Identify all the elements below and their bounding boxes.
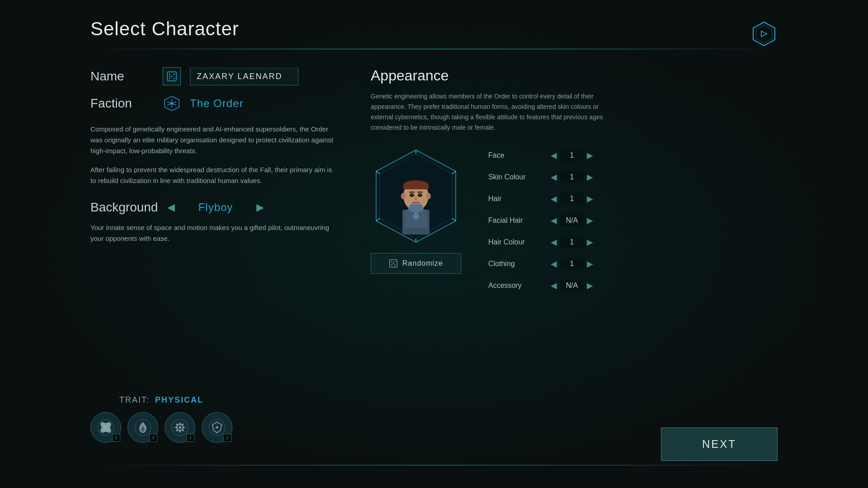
trait-icon-info-4[interactable]: I	[223, 434, 231, 442]
svg-point-6	[169, 78, 170, 80]
svg-point-7	[174, 78, 175, 80]
trait-icon-info-1[interactable]: I	[112, 434, 120, 442]
hair-colour-prev-button[interactable]: ◀	[547, 236, 561, 248]
appearance-controls: Face ◀ 1 ▶ Skin Colour ◀ 1 ▶	[488, 146, 778, 295]
background-description: Your innate sense of space and motion ma…	[90, 222, 335, 244]
svg-point-33	[415, 197, 417, 201]
svg-rect-32	[417, 192, 423, 193]
trait-icon-info-2[interactable]: I	[149, 434, 157, 442]
svg-rect-52	[101, 425, 110, 430]
header-divider	[90, 49, 778, 49]
next-button[interactable]: Next	[661, 427, 778, 461]
skin-value: 1	[561, 171, 583, 183]
clothing-label: Clothing	[488, 260, 547, 268]
left-column: Name Faction	[90, 67, 335, 295]
randomize-button[interactable]: Randomize	[371, 253, 461, 274]
trait-value: PHYSICAL	[155, 395, 203, 405]
appearance-face-row: Face ◀ 1 ▶	[488, 146, 778, 164]
background-next-button[interactable]: ▶	[252, 200, 269, 215]
accessory-label: Accessory	[488, 282, 547, 290]
accessory-value: N/A	[561, 280, 583, 291]
hair-prev-button[interactable]: ◀	[547, 193, 561, 205]
skin-next-button[interactable]: ▶	[583, 171, 597, 183]
main-layout: Name Faction	[90, 67, 778, 295]
face-prev-button[interactable]: ◀	[547, 150, 561, 161]
facial-hair-prev-button[interactable]: ◀	[547, 215, 561, 226]
top-logo: ▷	[750, 20, 778, 47]
appearance-hair-row: Hair ◀ 1 ▶	[488, 190, 778, 208]
hair-label: Hair	[488, 195, 547, 203]
face-next-button[interactable]: ▶	[583, 150, 597, 161]
appearance-title: Appearance	[371, 67, 778, 84]
svg-point-30	[418, 193, 422, 197]
svg-rect-59	[175, 427, 177, 428]
trait-section: TRAIT: PHYSICAL I	[90, 395, 232, 443]
facial-hair-stepper: ◀ N/A ▶	[547, 215, 597, 226]
trait-row: TRAIT: PHYSICAL	[119, 395, 203, 405]
face-label: Face	[488, 151, 547, 160]
appearance-accessory-row: Accessory ◀ N/A ▶	[488, 277, 778, 295]
svg-point-42	[394, 262, 396, 263]
hair-value: 1	[561, 193, 583, 205]
clothing-next-button[interactable]: ▶	[583, 258, 597, 270]
randomize-label: Randomize	[402, 259, 443, 267]
facial-hair-label: Facial Hair	[488, 216, 547, 225]
faction-name: The Order	[190, 97, 243, 110]
trait-label: TRAIT:	[119, 395, 150, 405]
name-label: Name	[90, 69, 154, 84]
svg-point-36	[426, 193, 431, 199]
clothing-prev-button[interactable]: ◀	[547, 258, 561, 270]
faction-desc-2: After failing to prevent the widespread …	[90, 164, 335, 186]
svg-rect-34	[412, 202, 420, 203]
accessory-stepper: ◀ N/A ▶	[547, 280, 597, 291]
skin-label: Skin Colour	[488, 173, 547, 181]
svg-point-8	[171, 76, 173, 77]
hair-colour-next-button[interactable]: ▶	[583, 236, 597, 248]
svg-point-56	[179, 426, 181, 429]
background-value: Flyboy	[189, 201, 243, 214]
appearance-hair-colour-row: Hair Colour ◀ 1 ▶	[488, 233, 778, 251]
svg-text:▷: ▷	[761, 29, 768, 38]
trait-icon-info-3[interactable]: I	[186, 434, 194, 442]
svg-point-43	[391, 264, 392, 266]
trait-icon-physical[interactable]: I	[90, 412, 121, 443]
skin-prev-button[interactable]: ◀	[547, 171, 561, 183]
faction-desc-1: Composed of genetically engineered and A…	[90, 124, 335, 156]
background-label: Background	[90, 200, 154, 215]
svg-point-9	[169, 76, 170, 77]
portrait-area: Randomize	[371, 146, 461, 274]
svg-point-29	[410, 193, 414, 197]
svg-rect-28	[403, 184, 429, 189]
name-input[interactable]	[190, 68, 298, 85]
appearance-facial-hair-row: Facial Hair ◀ N/A ▶	[488, 211, 778, 230]
faction-row: Faction The Order	[90, 94, 335, 113]
accessory-prev-button[interactable]: ◀	[547, 280, 561, 291]
hair-next-button[interactable]: ▶	[583, 193, 597, 205]
character-portrait	[371, 146, 461, 246]
facial-hair-value: N/A	[561, 215, 583, 226]
trait-icon-shield[interactable]: I	[202, 412, 232, 443]
bottom-line	[90, 465, 778, 465]
appearance-skin-row: Skin Colour ◀ 1 ▶	[488, 168, 778, 186]
accessory-next-button[interactable]: ▶	[583, 280, 597, 291]
background-prev-button[interactable]: ◀	[163, 200, 179, 215]
svg-point-4	[169, 74, 170, 75]
svg-point-39	[415, 216, 417, 217]
faction-icon	[163, 94, 181, 113]
svg-point-14	[170, 102, 173, 105]
trait-icon-flame[interactable]: I	[127, 412, 158, 443]
appearance-main: Randomize Face ◀ 1 ▶ Ski	[371, 146, 778, 295]
hair-stepper: ◀ 1 ▶	[547, 193, 597, 205]
trait-icons: I I	[90, 412, 232, 443]
face-stepper: ◀ 1 ▶	[547, 150, 597, 161]
svg-point-35	[401, 193, 406, 199]
svg-point-44	[394, 264, 396, 266]
clothing-value: 1	[561, 258, 583, 270]
clothing-stepper: ◀ 1 ▶	[547, 258, 597, 270]
right-column: Appearance Genetic engineering allows me…	[371, 67, 778, 295]
name-randomize-icon[interactable]	[163, 67, 181, 85]
facial-hair-next-button[interactable]: ▶	[583, 215, 597, 226]
trait-icon-tech[interactable]: I	[165, 412, 195, 443]
page-container: ▷ Select Character Name	[0, 0, 868, 488]
svg-rect-57	[179, 422, 181, 425]
